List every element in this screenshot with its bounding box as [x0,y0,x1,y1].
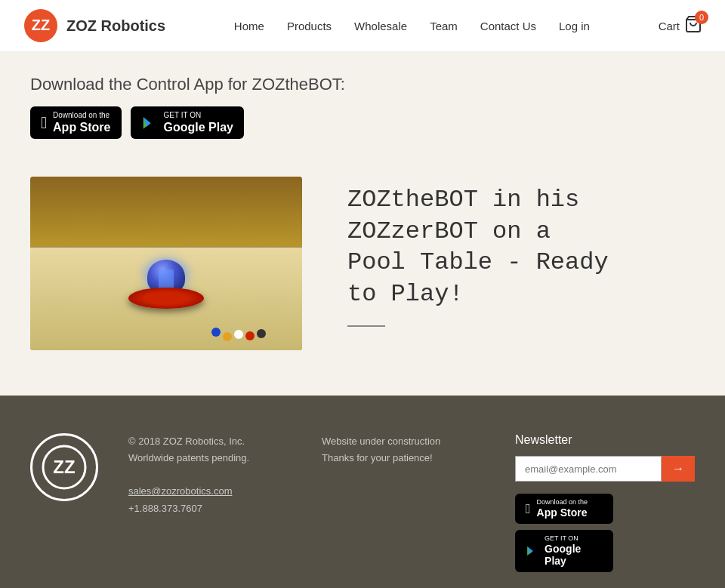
app-store-top: Download on the [53,111,110,120]
footer-app-store-top: Download on the [537,498,588,506]
product-caption: ZOZtheBOT in his ZOZzerBOT on a Pool Tab… [347,177,612,326]
footer-phone: +1.888.373.7607 [128,500,292,517]
main-content: Download the Control App for ZOZtheBOT: … [0,52,725,396]
app-store-button[interactable]:  Download on the App Store [30,106,122,139]
svg-text:ZZ: ZZ [53,457,75,477]
footer-store-buttons:  Download on the App Store GET IT ON Go… [515,494,695,572]
google-play-text: GET IT ON Google Play [164,111,233,134]
newsletter-form: → [515,456,695,482]
footer-google-play-main: Google Play [545,543,603,568]
robot-body [128,256,204,309]
nav-wholesale[interactable]: Wholesale [354,20,407,32]
product-section: ZOZtheBOT in his ZOZzerBOT on a Pool Tab… [30,177,695,350]
footer-website-line1: Website under construction [322,433,485,450]
apple-icon:  [41,115,47,131]
footer-email[interactable]: sales@zozrobotics.com [128,483,292,500]
footer-patents: Worldwide patents pending. [128,450,292,466]
google-play-top: GET IT ON [164,111,233,120]
cart-area[interactable]: Cart 0 [659,15,702,36]
footer-google-play-button[interactable]: GET IT ON Google Play [515,530,613,572]
newsletter-title: Newsletter [515,433,695,447]
newsletter-submit-button[interactable]: → [662,456,695,482]
footer-google-play-text: GET IT ON Google Play [545,534,603,568]
product-divider [347,325,385,327]
footer-logo-circle: ZZ [30,433,98,501]
google-play-button[interactable]: GET IT ON Google Play [131,106,244,139]
product-title: ZOZtheBOT in his ZOZzerBOT on a Pool Tab… [347,184,612,309]
newsletter-input[interactable] [515,456,662,482]
main-nav: Home Products Wholesale Team Contact Us … [234,20,590,32]
svg-text:ZZ: ZZ [32,17,50,33]
header: ZZ ZOZ Robotics Home Products Wholesale … [0,0,725,52]
app-store-text: Download on the App Store [53,111,110,134]
nav-login[interactable]: Log in [559,20,590,32]
nav-contact[interactable]: Contact Us [480,20,536,32]
footer-website: Website under construction Thanks for yo… [322,433,485,466]
cart-label: Cart [659,20,680,32]
footer-app-store-text: Download on the App Store [537,498,588,519]
footer-logo: ZZ [30,433,98,501]
logo-area[interactable]: ZZ ZOZ Robotics [23,8,165,44]
nav-home[interactable]: Home [234,20,264,32]
product-image [30,177,302,350]
footer-newsletter: Newsletter →  Download on the App Store [515,433,695,572]
nav-team[interactable]: Team [430,20,458,32]
google-play-main: Google Play [164,120,233,134]
download-heading: Download the Control App for ZOZtheBOT: [30,75,695,94]
store-buttons:  Download on the App Store GET IT ON Go… [30,106,695,139]
logo-icon: ZZ [23,8,59,44]
footer-logo-icon: ZZ [42,445,87,490]
footer-apple-icon:  [526,502,531,516]
footer-copyright: © 2018 ZOZ Robotics, Inc. [128,433,292,450]
cart-icon-wrap[interactable]: 0 [684,15,702,36]
footer-play-icon [526,544,538,558]
logo-text: ZOZ Robotics [66,17,165,35]
cart-badge: 0 [695,11,708,24]
footer-email-link[interactable]: sales@zozrobotics.com [128,485,232,497]
app-store-main: App Store [53,120,110,134]
google-play-icon [141,115,158,131]
footer-app-store-main: App Store [537,506,588,519]
footer-info: © 2018 ZOZ Robotics, Inc. Worldwide pate… [128,433,292,516]
footer-website-line2: Thanks for your patience! [322,450,485,466]
footer-app-store-button[interactable]:  Download on the App Store [515,494,613,524]
footer: ZZ © 2018 ZOZ Robotics, Inc. Worldwide p… [0,396,725,588]
footer-google-play-top: GET IT ON [545,534,603,543]
nav-products[interactable]: Products [287,20,332,32]
